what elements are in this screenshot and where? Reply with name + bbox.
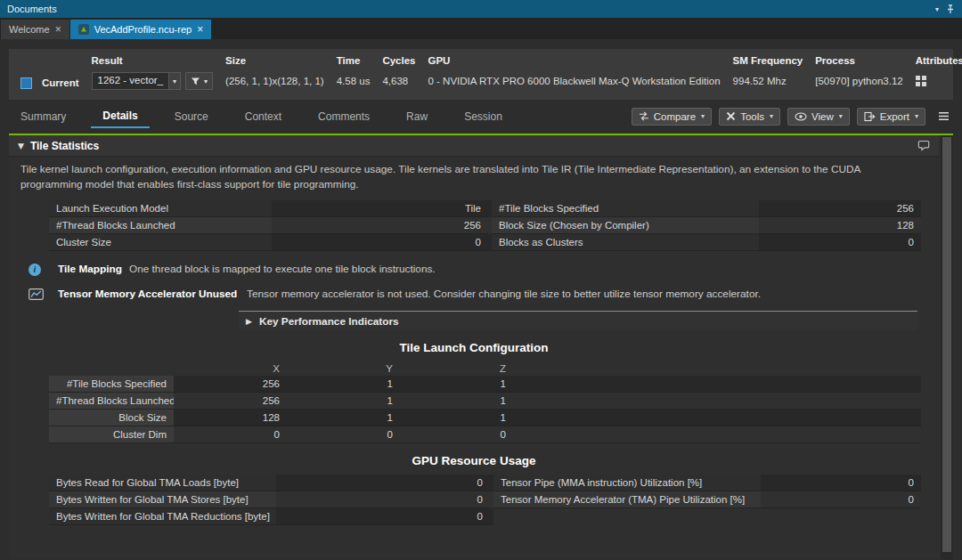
table-row: #Thread Blocks Launched 256 1 1 bbox=[49, 393, 921, 410]
tab-raw[interactable]: Raw bbox=[395, 105, 439, 127]
row-label: Block Size bbox=[49, 410, 174, 426]
tab-welcome-label: Welcome bbox=[9, 24, 50, 35]
collapse-triangle-icon[interactable]: ▼ bbox=[18, 142, 24, 150]
resource-label: Bytes Written for Global TMA Reductions … bbox=[49, 508, 276, 525]
tab-source[interactable]: Source bbox=[163, 105, 220, 127]
stat-value: 0 bbox=[759, 234, 921, 251]
gpu-label: GPU bbox=[428, 55, 721, 66]
table-row: Launch Execution Model Tile #Tile Blocks… bbox=[49, 200, 921, 217]
cell-x: 128 bbox=[174, 410, 287, 426]
cell-y: 1 bbox=[287, 393, 400, 410]
tile-launch-configuration-table: X Y Z #Tile Blocks Specified 256 1 1 #Th… bbox=[49, 361, 921, 443]
chevron-down-icon: ▾ bbox=[770, 112, 773, 120]
table-row: #Thread Blocks Launched 256 Block Size (… bbox=[49, 217, 921, 234]
tab-report-label: VecAddProfile.ncu-rep bbox=[94, 24, 192, 35]
tab-report[interactable]: VecAddProfile.ncu-rep × bbox=[70, 20, 211, 39]
cycles-label: Cycles bbox=[382, 55, 415, 66]
cell-z: 1 bbox=[400, 393, 513, 410]
tab-session[interactable]: Session bbox=[452, 105, 514, 127]
scrollbar-thumb[interactable] bbox=[942, 137, 951, 552]
column-header-z: Z bbox=[400, 361, 513, 376]
chevron-down-icon[interactable]: ▾ bbox=[935, 5, 939, 13]
table-header-row: X Y Z bbox=[49, 361, 921, 376]
cell-y: 1 bbox=[287, 410, 400, 426]
table-row: Bytes Read for Global TMA Loads [byte] 0… bbox=[49, 475, 921, 491]
stat-label: Launch Execution Model bbox=[49, 200, 272, 217]
hamburger-menu-icon bbox=[938, 111, 950, 121]
tma-unused-note: Tensor Memory Accelerator Unused Tensor … bbox=[29, 288, 919, 301]
document-tab-bar: Welcome × VecAddProfile.ncu-rep × bbox=[0, 18, 962, 39]
chevron-down-icon[interactable]: ▾ bbox=[168, 73, 180, 89]
result-column: Result 1262 - vector_ ▾ ▾ bbox=[92, 55, 214, 90]
row-label: #Thread Blocks Launched bbox=[49, 393, 174, 410]
compare-label: Compare bbox=[654, 111, 696, 122]
tile-mapping-text: One thread block is mapped to execute on… bbox=[129, 263, 436, 276]
result-toolbar: Current Result 1262 - vector_ ▾ ▾ Size (… bbox=[9, 49, 953, 100]
cell-x: 0 bbox=[174, 426, 287, 443]
stat-label: Block Size (Chosen by Compiler) bbox=[492, 217, 759, 234]
cycles-value: 4,638 bbox=[382, 72, 415, 90]
column-header-y: Y bbox=[287, 361, 400, 376]
result-filter-button[interactable]: ▾ bbox=[185, 72, 213, 90]
tile-statistics-title: Tile Statistics bbox=[30, 140, 99, 152]
table-row: Cluster Dim 0 0 0 bbox=[49, 426, 921, 443]
tools-icon bbox=[726, 111, 736, 121]
table-row: Bytes Written for Global TMA Reductions … bbox=[49, 508, 921, 525]
tab-context[interactable]: Context bbox=[233, 105, 293, 127]
export-button[interactable]: Export ▾ bbox=[857, 108, 925, 126]
chevron-down-icon: ▾ bbox=[701, 112, 705, 120]
sm-frequency-label: SM Frequency bbox=[733, 55, 803, 66]
close-icon[interactable]: × bbox=[197, 24, 203, 35]
gpu-resource-usage-table: Bytes Read for Global TMA Loads [byte] 0… bbox=[49, 475, 921, 525]
tools-button[interactable]: Tools ▾ bbox=[719, 108, 780, 126]
tile-mapping-label: Tile Mapping bbox=[58, 263, 129, 276]
cell-z: 1 bbox=[400, 376, 513, 393]
attributes-column: Attributes bbox=[916, 55, 962, 90]
current-label: Current bbox=[42, 77, 79, 88]
view-button[interactable]: View ▾ bbox=[787, 108, 850, 126]
tab-welcome[interactable]: Welcome × bbox=[1, 20, 69, 39]
compare-button[interactable]: Compare ▾ bbox=[632, 108, 712, 126]
tab-details[interactable]: Details bbox=[91, 104, 149, 128]
size-column: Size (256, 1, 1)x(128, 1, 1) bbox=[225, 55, 324, 90]
stat-label: #Thread Blocks Launched bbox=[49, 217, 272, 234]
column-header-x: X bbox=[174, 361, 287, 376]
result-select[interactable]: 1262 - vector_ ▾ bbox=[92, 72, 182, 90]
comment-bubble-icon[interactable] bbox=[917, 140, 930, 151]
details-content: ▼ Tile Statistics Tile kernel launch con… bbox=[9, 134, 953, 559]
process-column: Process [50970] python3.12 bbox=[815, 55, 902, 90]
size-value: (256, 1, 1)x(128, 1, 1) bbox=[225, 72, 324, 90]
table-row: Block Size 128 1 1 bbox=[49, 410, 921, 426]
cell-z: 1 bbox=[400, 410, 513, 426]
tab-summary[interactable]: Summary bbox=[9, 105, 77, 127]
chevron-down-icon[interactable]: ▾ bbox=[204, 77, 208, 85]
tile-statistics-description: Tile kernel launch configuration, execut… bbox=[9, 157, 939, 195]
menu-button[interactable] bbox=[934, 109, 953, 124]
eye-icon bbox=[795, 112, 807, 121]
vertical-scrollbar[interactable] bbox=[941, 135, 953, 559]
expand-triangle-icon[interactable]: ▶ bbox=[246, 317, 252, 326]
table-row: Bytes Written for Global TMA Stores [byt… bbox=[49, 491, 921, 508]
gpu-column: GPU 0 - NVIDIA RTX PRO 6000 Blackwell Ma… bbox=[428, 55, 721, 90]
close-icon[interactable]: × bbox=[55, 24, 61, 35]
resource-value: 0 bbox=[276, 475, 490, 491]
tma-unused-label: Tensor Memory Accelerator Unused bbox=[58, 288, 247, 301]
time-column: Time 4.58 us bbox=[337, 55, 371, 90]
resource-value: 0 bbox=[276, 491, 490, 508]
attributes-grid-icon[interactable] bbox=[916, 76, 926, 86]
time-label: Time bbox=[337, 55, 371, 66]
tile-statistics-header[interactable]: ▼ Tile Statistics bbox=[9, 135, 939, 157]
current-checkbox[interactable] bbox=[20, 77, 32, 89]
cell-x: 256 bbox=[174, 376, 287, 393]
chevron-down-icon: ▾ bbox=[915, 112, 918, 120]
info-icon: i bbox=[29, 264, 41, 276]
tile-mapping-note: i Tile Mapping One thread block is mappe… bbox=[29, 263, 919, 276]
stat-label: #Tile Blocks Specified bbox=[492, 200, 759, 217]
tools-label: Tools bbox=[740, 111, 764, 122]
tab-comments[interactable]: Comments bbox=[306, 105, 381, 127]
key-performance-indicators-expander[interactable]: ▶ Key Performance Indicators bbox=[239, 311, 917, 330]
compare-arrows-icon bbox=[639, 111, 649, 121]
process-label: Process bbox=[815, 55, 902, 66]
report-file-icon bbox=[78, 24, 89, 35]
pin-icon[interactable] bbox=[946, 4, 955, 14]
